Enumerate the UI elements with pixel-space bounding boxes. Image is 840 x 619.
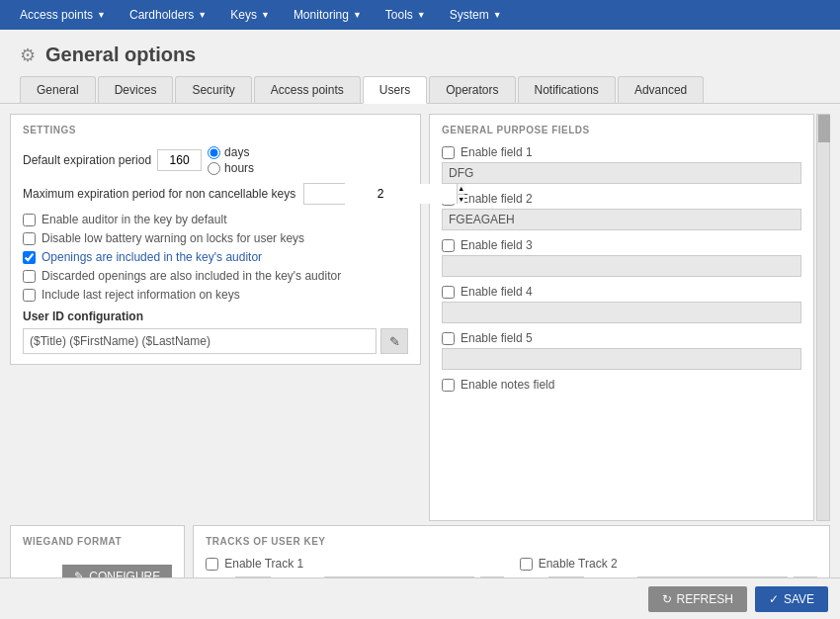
checkbox-openings[interactable] — [23, 251, 36, 264]
user-id-section: User ID configuration ✎ — [23, 310, 408, 354]
radio-days-label[interactable]: days — [208, 145, 254, 159]
tab-users[interactable]: Users — [363, 76, 427, 104]
nav-cardholders[interactable]: Cardholders ▼ — [118, 0, 218, 30]
tab-security[interactable]: Security — [175, 76, 251, 103]
nav-system[interactable]: System ▼ — [438, 0, 514, 30]
save-icon: ✓ — [769, 592, 779, 606]
checkbox-openings-label: Openings are included in the key's audit… — [42, 250, 262, 264]
field-row-3: Enable field 3 — [442, 238, 801, 277]
nav-keys-label: Keys — [230, 8, 257, 22]
refresh-button[interactable]: ↻ REFRESH — [648, 586, 747, 612]
tab-general[interactable]: General — [20, 76, 96, 103]
field-2-check-row: Enable field 2 — [442, 192, 801, 206]
field-1-check-row: Enable field 1 — [442, 145, 801, 159]
field-3-check-row: Enable field 3 — [442, 238, 801, 252]
tab-notifications[interactable]: Notifications — [518, 76, 616, 103]
radio-hours[interactable] — [208, 162, 220, 175]
field-4-check-row: Enable field 4 — [442, 285, 801, 299]
checkbox-battery[interactable] — [23, 232, 36, 245]
nav-keys[interactable]: Keys ▼ — [218, 0, 282, 30]
checkbox-reject-label: Include last reject information on keys — [42, 288, 240, 302]
field-row-notes: Enable notes field — [442, 378, 801, 392]
bottom-bar: ↻ REFRESH ✓ SAVE — [0, 577, 840, 619]
page-header: ⚙ General options — [0, 30, 840, 76]
enable-field-3-checkbox[interactable] — [442, 239, 455, 252]
enable-field-1-label: Enable field 1 — [461, 145, 533, 159]
checkbox-discarded[interactable] — [23, 270, 36, 283]
track-1-checkbox[interactable] — [206, 558, 218, 571]
spin-down-button[interactable]: ▼ — [458, 195, 464, 205]
save-button[interactable]: ✓ SAVE — [755, 586, 828, 612]
save-label: SAVE — [784, 592, 814, 606]
tab-devices[interactable]: Devices — [98, 76, 174, 103]
track-2-checkbox[interactable] — [520, 558, 533, 571]
field-row-1: Enable field 1 — [442, 145, 801, 184]
nav-access-points-label: Access points — [20, 8, 93, 22]
field-5-check-row: Enable field 5 — [442, 331, 801, 345]
expiration-radio-group: days hours — [208, 145, 254, 175]
enable-field-5-checkbox[interactable] — [442, 332, 455, 345]
checkbox-reject[interactable] — [23, 289, 36, 302]
default-expiration-row: Default expiration period days hours — [23, 145, 408, 175]
left-panel: SETTINGS Default expiration period days … — [10, 114, 421, 521]
panels-wrapper: SETTINGS Default expiration period days … — [0, 104, 840, 525]
checkbox-auditor-label: Enable auditor in the key by default — [42, 213, 226, 226]
nav-tools-label: Tools — [385, 8, 413, 22]
settings-title: SETTINGS — [23, 125, 408, 135]
checkbox-row-1: Enable auditor in the key by default — [23, 213, 408, 226]
max-expiration-spinner[interactable]: ▲ ▼ — [303, 183, 345, 205]
track-2-label: Enable Track 2 — [539, 557, 618, 571]
nav-monitoring-arrow: ▼ — [353, 10, 362, 20]
enable-field-4-checkbox[interactable] — [442, 286, 455, 299]
checkbox-row-4: Discarded openings are also included in … — [23, 269, 408, 283]
enable-field-3-label: Enable field 3 — [461, 238, 533, 252]
navbar: Access points ▼ Cardholders ▼ Keys ▼ Mon… — [0, 0, 840, 30]
nav-tools[interactable]: Tools ▼ — [374, 0, 438, 30]
default-expiration-input[interactable] — [157, 149, 202, 171]
nav-tools-arrow: ▼ — [417, 10, 426, 20]
enable-field-1-checkbox[interactable] — [442, 146, 455, 159]
tab-operators[interactable]: Operators — [429, 76, 515, 103]
spin-up-button[interactable]: ▲ — [458, 184, 464, 195]
refresh-label: REFRESH — [677, 592, 733, 606]
enable-field-4-label: Enable field 4 — [461, 285, 533, 299]
checkbox-auditor[interactable] — [23, 214, 36, 226]
checkbox-row-5: Include last reject information on keys — [23, 288, 408, 302]
field-5-input[interactable] — [442, 348, 801, 370]
enable-notes-label: Enable notes field — [461, 378, 554, 392]
spinner-buttons: ▲ ▼ — [457, 184, 464, 204]
track-2-header: Enable Track 2 — [520, 557, 817, 571]
tabs-bar: General Devices Security Access points U… — [0, 76, 840, 104]
field-row-4: Enable field 4 — [442, 285, 801, 323]
max-expiration-row: Maximum expiration period for non cancel… — [23, 183, 408, 205]
wiegand-title: WIEGAND FORMAT — [23, 536, 172, 547]
tab-access-points[interactable]: Access points — [254, 76, 361, 103]
right-scrollbar[interactable] — [816, 114, 830, 521]
checkbox-battery-label: Disable low battery warning on locks for… — [42, 231, 304, 245]
field-1-input[interactable] — [442, 162, 801, 184]
radio-hours-label[interactable]: hours — [208, 161, 254, 175]
field-4-input[interactable] — [442, 302, 801, 323]
nav-system-arrow: ▼ — [493, 10, 502, 20]
enable-notes-checkbox[interactable] — [442, 379, 455, 392]
field-3-input[interactable] — [442, 255, 801, 277]
nav-monitoring[interactable]: Monitoring ▼ — [282, 0, 374, 30]
checkbox-discarded-label: Discarded openings are also included in … — [42, 269, 341, 283]
field-row-2: Enable field 2 — [442, 192, 801, 230]
field-2-input[interactable] — [442, 209, 801, 230]
gpf-title: GENERAL PURPOSE FIELDS — [442, 125, 801, 135]
settings-box: SETTINGS Default expiration period days … — [10, 114, 421, 365]
checkbox-row-2: Disable low battery warning on locks for… — [23, 231, 408, 245]
nav-cardholders-label: Cardholders — [129, 8, 194, 22]
user-id-edit-button[interactable]: ✎ — [380, 328, 408, 354]
track-1-header: Enable Track 1 — [206, 557, 503, 571]
user-id-input[interactable] — [23, 328, 377, 354]
content-area: SETTINGS Default expiration period days … — [0, 104, 840, 604]
nav-cardholders-arrow: ▼ — [198, 10, 207, 20]
tab-advanced[interactable]: Advanced — [618, 76, 704, 103]
radio-days[interactable] — [208, 146, 220, 159]
max-expiration-input[interactable] — [304, 184, 457, 204]
nav-access-points[interactable]: Access points ▼ — [8, 0, 118, 30]
nav-system-label: System — [450, 8, 489, 22]
field-row-5: Enable field 5 — [442, 331, 801, 370]
